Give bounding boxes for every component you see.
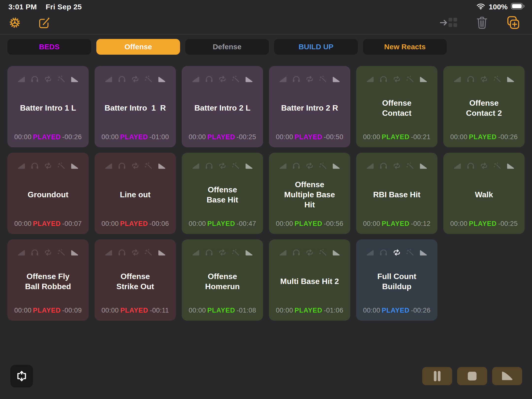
pad-icon-row [269,66,350,83]
resize-pads-button[interactable] [10,365,33,387]
pad-elapsed-time: 00:00 [101,220,119,228]
pad-title: Batter Intro 1 R [95,83,176,133]
pad-offense-strike-out[interactable]: Offense Strike Out 00:00 PLAYED -00:11 [95,239,176,321]
fade-out-flag-icon [506,162,515,169]
pad-times-row: 00:00 PLAYED -00:50 [269,133,350,147]
pad-status: PLAYED [295,307,322,314]
tab-defense[interactable]: Defense [185,39,269,55]
pad-full-count-buildup[interactable]: Full Count Buildup 00:00 PLAYED -00:26 [356,239,437,321]
battery-icon [511,3,525,11]
pad-multi-base-hit-2[interactable]: Multi Base Hit 2 00:00 PLAYED -01:06 [269,239,350,321]
pad-times-row: 00:00 PLAYED -00:11 [95,307,176,321]
magic-wand-icon [406,249,414,256]
duplicate-add-button[interactable] [506,15,521,30]
headphones-icon [118,75,126,83]
pad-times-row: 00:00 PLAYED -00:56 [269,220,350,234]
pad-times-row: 00:00 PLAYED -00:26 [7,133,89,147]
pad-elapsed-time: 00:00 [276,220,293,228]
repeat-loop-icon [131,249,139,256]
magic-wand-icon [232,75,240,83]
pad-remaining-time: -00:56 [324,220,343,228]
volume-ramp-icon [366,75,374,83]
pad-remaining-time: -00:25 [236,133,256,141]
pad-batter-intro-1-l[interactable]: Batter Intro 1 L 00:00 PLAYED -00:26 [7,66,89,147]
pad-groundout[interactable]: Groundout 00:00 PLAYED -00:07 [7,153,89,234]
pad-icon-row [95,153,176,169]
compose-edit-button[interactable] [37,16,51,29]
pad-status: PLAYED [469,220,497,228]
pad-status: PLAYED [120,220,148,228]
magic-wand-icon [232,249,240,256]
pad-times-row: 00:00 PLAYED -00:25 [182,133,263,147]
pad-icon-row [7,239,89,256]
pad-times-row: 00:00 PLAYED -00:21 [356,133,437,147]
volume-ramp-icon [104,75,113,83]
trash-button[interactable] [476,16,488,30]
headphones-icon [292,75,300,83]
volume-ramp-icon [366,162,374,169]
clock-date: Fri Sep 25 [46,3,82,11]
headphones-icon [292,249,300,256]
pad-remaining-time: -01:06 [324,307,343,314]
tab-bar: BEDS Offense Defense BUILD UP New Reacts [0,34,532,55]
magic-wand-icon [144,75,153,83]
pad-offense-homerun[interactable]: Offense Homerun 00:00 PLAYED -01:08 [182,239,263,321]
tab-label: BEDS [39,43,59,51]
pad-status: PLAYED [207,307,235,314]
pad-walk[interactable]: Walk 00:00 PLAYED -00:25 [443,153,525,234]
pad-title: Batter Intro 2 R [269,83,350,133]
repeat-loop-icon [305,75,314,83]
magic-wand-icon [57,75,66,83]
stop-button[interactable] [457,367,487,385]
pad-elapsed-time: 00:00 [189,220,206,228]
fade-out-flag-icon [158,75,166,83]
headphones-icon [379,75,388,83]
volume-ramp-icon [279,162,287,169]
pad-elapsed-time: 00:00 [363,307,380,314]
tab-build-up[interactable]: BUILD UP [274,39,358,55]
pad-rbi-base-hit[interactable]: RBI Base Hit 00:00 PLAYED -00:12 [356,153,437,234]
pad-line-out[interactable]: Line out 00:00 PLAYED -00:06 [95,153,176,234]
pad-batter-intro-2-l[interactable]: Batter Intro 2 L 00:00 PLAYED -00:25 [182,66,263,147]
pad-batter-intro-1-r[interactable]: Batter Intro 1 R 00:00 PLAYED -01:00 [95,66,176,147]
pad-offense-contact[interactable]: Offense Contact 00:00 PLAYED -00:21 [356,66,437,147]
volume-ramp-icon [453,75,462,83]
tab-label: BUILD UP [299,43,333,51]
fade-out-flag-icon [70,75,79,83]
pad-batter-intro-2-r[interactable]: Batter Intro 2 R 00:00 PLAYED -00:50 [269,66,350,147]
headphones-icon [379,249,388,256]
pad-remaining-time: -01:00 [149,133,169,141]
pad-times-row: 00:00 PLAYED -00:26 [356,307,437,321]
fade-out-flag-icon [70,162,79,169]
magic-wand-icon [57,162,66,169]
headphones-icon [466,162,475,169]
pad-title: Batter Intro 2 L [182,83,263,133]
pad-elapsed-time: 00:00 [14,133,32,141]
pad-status: PLAYED [207,133,235,141]
pad-remaining-time: -00:26 [62,133,82,141]
tab-offense[interactable]: Offense [96,39,180,55]
pad-offense-base-hit[interactable]: Offense Base Hit 00:00 PLAYED -00:47 [182,153,263,234]
pad-offense-contact-2[interactable]: Offense Contact 2 00:00 PLAYED -00:26 [443,66,525,147]
fade-out-button[interactable] [492,367,522,385]
fade-out-flag-icon [245,249,253,256]
pad-status: PLAYED [382,133,410,141]
tab-beds[interactable]: BEDS [7,39,91,55]
pad-remaining-time: -00:26 [411,307,431,314]
send-to-grid-button[interactable] [439,16,458,30]
pad-title: Walk [443,169,525,220]
tab-new-reacts[interactable]: New Reacts [363,39,447,55]
repeat-loop-icon [393,249,401,256]
pad-remaining-time: -00:12 [411,220,431,228]
repeat-loop-icon [480,162,488,169]
pad-times-row: 00:00 PLAYED -00:06 [95,220,176,234]
pad-offense-multiple-base-hit[interactable]: Offense Multiple Base Hit 00:00 PLAYED -… [269,153,350,234]
pad-title: Batter Intro 1 L [7,83,89,133]
settings-gear-button[interactable] [8,16,22,30]
volume-ramp-icon [192,75,200,83]
pause-button[interactable] [422,367,452,385]
fade-out-icon [500,370,514,382]
tab-label: Defense [213,43,242,51]
pad-offense-fly-ball-robbed[interactable]: Offense Fly Ball Robbed 00:00 PLAYED -00… [7,239,89,321]
pad-status: PLAYED [33,220,61,228]
